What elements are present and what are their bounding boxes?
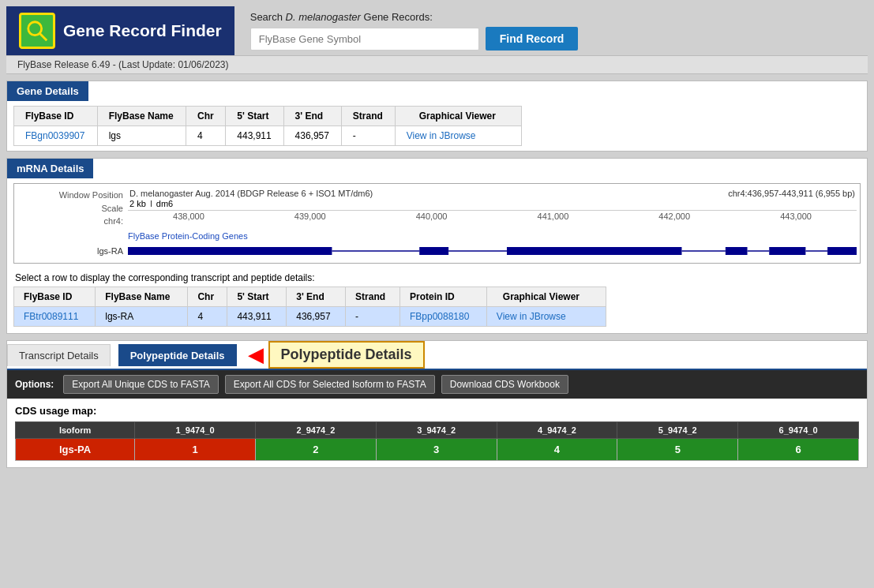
- mrna-start: 443,911: [227, 306, 287, 326]
- gene-details-table: FlyBase ID FlyBase Name Chr 5' Start 3' …: [13, 106, 522, 146]
- gene-chr: 4: [186, 126, 226, 146]
- app-title: Gene Record Finder: [63, 21, 222, 40]
- cds-cell-6: 6: [738, 438, 859, 460]
- cds-table: Isoform 1_9474_0 2_9474_2 3_9474_2 4_947…: [15, 421, 859, 461]
- export-selected-button[interactable]: Export All CDS for Selected Isoform to F…: [225, 375, 435, 394]
- mrna-table[interactable]: FlyBase ID FlyBase Name Chr 5' Start 3' …: [13, 287, 606, 327]
- chr4-label: chr4:: [17, 215, 123, 228]
- col-chr: Chr: [186, 107, 226, 126]
- pos-441: 441,000: [538, 212, 569, 221]
- pos-439: 439,000: [294, 212, 326, 221]
- col-graphical-viewer: Graphical Viewer: [395, 107, 521, 126]
- gene-details-header: Gene Details: [7, 81, 88, 101]
- genome-label: D. melanogaster Aug. 2014 (BDGP Release …: [129, 189, 373, 198]
- polypeptide-annotation: ◀ Polypeptide Details: [248, 341, 425, 369]
- genomic-viewer: Window Position Scale chr4: D. melanogas…: [13, 183, 861, 264]
- cds-col-5: 5_9474_2: [617, 421, 738, 438]
- search-description: Search D. melanogaster Gene Records:: [250, 11, 433, 23]
- cds-col-3: 3_9474_2: [376, 421, 497, 438]
- isoform-ra-label: lgs-RA: [97, 246, 123, 256]
- magnifier-icon: [25, 19, 49, 43]
- col-flybase-name: FlyBase Name: [97, 107, 186, 126]
- select-row-text: Select a row to display the correspondin…: [15, 272, 315, 283]
- mrna-details-header: mRNA Details: [7, 159, 93, 178]
- svg-rect-8: [726, 247, 748, 255]
- cds-cell-5: 5: [617, 438, 738, 460]
- svg-point-0: [28, 22, 42, 36]
- col-3end: 3' End: [283, 107, 341, 126]
- cds-title: CDS usage map:: [15, 405, 859, 417]
- mrna-table-row[interactable]: FBtr0089111 lgs-RA 4 443,911 436,957 - F…: [14, 306, 606, 326]
- col-5start: 5' Start: [226, 107, 283, 126]
- mrna-col-viewer: Graphical Viewer: [486, 287, 606, 306]
- search-input-row: Find Record: [250, 27, 579, 51]
- polypeptide-tab[interactable]: Polypeptide Details: [118, 344, 237, 366]
- mrna-viewer-link[interactable]: View in JBrowse: [497, 311, 566, 322]
- svg-rect-4: [419, 247, 448, 255]
- transcript-tab[interactable]: Transcript Details: [7, 344, 111, 366]
- gene-flybase-name: lgs: [97, 126, 186, 146]
- svg-rect-2: [128, 247, 332, 255]
- download-workbook-button[interactable]: Download CDS Workbook: [441, 375, 568, 394]
- gene-end: 436,957: [283, 126, 341, 146]
- col-flybase-id: FlyBase ID: [14, 107, 98, 126]
- cds-col-1: 1_9474_0: [135, 421, 256, 438]
- region-label: chr4:436,957-443,911 (6,955 bp): [728, 189, 855, 198]
- cds-section: CDS usage map: Isoform 1_9474_0 2_9474_2…: [7, 399, 867, 467]
- gene-start: 443,911: [226, 126, 283, 146]
- svg-rect-12: [827, 247, 857, 255]
- search-block: Search D. melanogaster Gene Records: Fin…: [234, 6, 868, 55]
- mrna-col-protein: Protein ID: [399, 287, 486, 306]
- scale-label: Scale: [17, 202, 123, 215]
- mrna-id-link[interactable]: FBtr0089111: [24, 311, 78, 322]
- mrna-col-id: FlyBase ID: [14, 287, 96, 306]
- cds-cell-2: 2: [255, 438, 376, 460]
- mrna-protein-link[interactable]: FBpp0088180: [410, 311, 469, 322]
- scale-value: 2 kb: [129, 199, 146, 208]
- mrna-col-start: 5' Start: [227, 287, 287, 306]
- gene-details-section: Gene Details FlyBase ID FlyBase Name Chr…: [6, 81, 868, 152]
- mrna-strand: -: [346, 306, 400, 326]
- gene-strand: -: [341, 126, 395, 146]
- options-label: Options:: [15, 379, 54, 390]
- mrna-col-strand: Strand: [346, 287, 400, 306]
- search-input[interactable]: [250, 28, 479, 51]
- gene-track-svg: [128, 245, 857, 257]
- mrna-col-name: FlyBase Name: [96, 287, 188, 306]
- window-position-label: Window Position: [17, 189, 123, 202]
- annotation-arrow-icon: ◀: [248, 344, 264, 365]
- cds-cell-1: 1: [135, 438, 256, 460]
- protein-coding-genes-label: FlyBase Protein-Coding Genes: [128, 231, 248, 241]
- pos-442: 442,000: [658, 212, 690, 221]
- mrna-col-end: 3' End: [287, 287, 346, 306]
- mrna-chr: 4: [188, 306, 227, 326]
- cds-col-2: 2_9474_2: [255, 421, 376, 438]
- pos-443: 443,000: [780, 212, 812, 221]
- find-record-button[interactable]: Find Record: [486, 27, 579, 51]
- export-unique-button[interactable]: Export All Unique CDS to FASTA: [63, 375, 219, 394]
- cds-col-6: 6_9474_0: [738, 421, 859, 438]
- cds-col-isoform: Isoform: [16, 421, 135, 438]
- assembly-label: dm6: [156, 199, 173, 208]
- cds-row: lgs-PA 1 2 3 4 5 6: [16, 438, 859, 460]
- pos-440: 440,000: [416, 212, 448, 221]
- cds-isoform-label: lgs-PA: [16, 438, 135, 460]
- col-strand: Strand: [341, 107, 395, 126]
- svg-rect-10: [769, 247, 805, 255]
- svg-line-1: [40, 34, 47, 40]
- gene-flybase-id-link[interactable]: FBgn0039907: [25, 130, 84, 141]
- pos-438: 438,000: [173, 212, 204, 221]
- svg-rect-6: [507, 247, 682, 255]
- details-section: Transcript Details Polypeptide Details ◀…: [6, 340, 868, 468]
- cds-cell-4: 4: [497, 438, 617, 460]
- gene-viewer-link[interactable]: View in JBrowse: [407, 130, 476, 141]
- mrna-col-chr: Chr: [188, 287, 227, 306]
- logo-icon: [19, 13, 55, 49]
- gene-details-row: FBgn0039907 lgs 4 443,911 436,957 - View…: [14, 126, 522, 146]
- mrna-end: 436,957: [287, 306, 346, 326]
- options-bar: Options: Export All Unique CDS to FASTA …: [7, 370, 867, 399]
- release-bar: FlyBase Release 6.49 - (Last Update: 01/…: [6, 55, 868, 74]
- annotation-box: Polypeptide Details: [268, 341, 425, 369]
- cds-col-4: 4_9474_2: [497, 421, 617, 438]
- mrna-flybase-name: lgs-RA: [96, 306, 188, 326]
